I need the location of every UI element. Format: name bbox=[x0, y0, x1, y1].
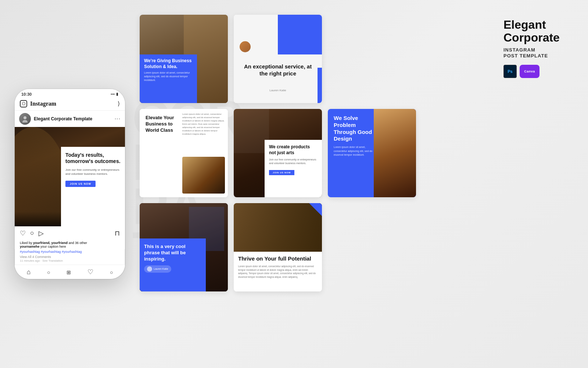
card-inspiring: This is a very cool phrase that will be … bbox=[140, 203, 228, 291]
thrive-content: Thrive on Your full Potential Lorem ipsu… bbox=[234, 252, 322, 291]
svg-point-0 bbox=[24, 116, 26, 119]
card-solve-problem: We Solve Problem Through Good Design Lor… bbox=[328, 109, 416, 197]
grid-row-top: We're Giving Business Solution & Idea. L… bbox=[140, 15, 489, 103]
card7-subtitle: Lorem ipsum dolor sit amet, consectetur … bbox=[238, 265, 318, 279]
products-white-box: We create products not just arts Join ou… bbox=[265, 140, 322, 197]
card1-subtitle: Lorem ipsum dolor sit amet, consectetur … bbox=[144, 71, 193, 82]
bookmark-icon[interactable] bbox=[115, 229, 120, 237]
comment-icon[interactable] bbox=[30, 229, 34, 237]
options-icon[interactable]: ··· bbox=[115, 116, 121, 122]
card-products-bg: We create products not just arts Join ou… bbox=[234, 109, 322, 197]
elevate-photo bbox=[182, 157, 225, 194]
card6-author: Lauren Katie bbox=[154, 268, 168, 270]
software-badges: Ps Canva bbox=[503, 65, 573, 78]
card1-title: We're Giving Business Solution & Idea. bbox=[144, 58, 193, 70]
post-text-card: Today's results, tomorrow's outcomes. Jo… bbox=[61, 147, 125, 226]
grid-section: CORPORATE We're Giving Business Solution… bbox=[140, 15, 489, 353]
card-exceptional-service: An exceptional service, at the right pri… bbox=[234, 15, 322, 103]
instagram-wordmark: Instagram bbox=[30, 100, 56, 107]
card-business-solution: We're Giving Business Solution & Idea. L… bbox=[140, 15, 228, 103]
avatar bbox=[19, 113, 31, 125]
service-avatar bbox=[240, 41, 251, 52]
card4-button[interactable]: JOIN US NOW bbox=[269, 170, 294, 175]
grid-row-bottom: This is a very cool phrase that will be … bbox=[140, 203, 489, 291]
title-line1: Elegant bbox=[503, 18, 546, 31]
profile-name: Elegant Corporate Template bbox=[34, 116, 92, 121]
hashtags[interactable]: #yourhashtag #yourhashtag #yourhashtag bbox=[15, 249, 125, 255]
phone-status-bar: 10:30 ▪▪▪ ▮ bbox=[15, 89, 125, 98]
elevate-left: Elevate Your Business to World Class bbox=[140, 109, 179, 197]
phone-bottom-nav bbox=[15, 265, 125, 279]
share-icon[interactable] bbox=[39, 229, 44, 237]
blue-text-block: We're Giving Business Solution & Idea. L… bbox=[140, 54, 197, 103]
grid-row-middle: Elevate Your Business to World Class Lor… bbox=[140, 109, 489, 197]
home-nav-icon[interactable] bbox=[26, 268, 31, 276]
card-elevate-bg: Elevate Your Business to World Class Lor… bbox=[140, 109, 228, 197]
post-subtext: Join our free community or entrepreneurs… bbox=[65, 168, 121, 176]
card-thrive: Thrive on Your full Potential Lorem ipsu… bbox=[234, 203, 322, 291]
svg-point-1 bbox=[22, 120, 28, 123]
card-thrive-bg: Thrive on Your full Potential Lorem ipsu… bbox=[234, 203, 322, 291]
main-layout: 10:30 ▪▪▪ ▮ Instagram ⟩ bbox=[0, 0, 588, 368]
likes-description: Liked by yourfriend, yourfriend and 36 o… bbox=[20, 241, 87, 245]
inspire-author-avatar bbox=[147, 266, 152, 272]
card-elevate-business: Elevate Your Business to World Class Lor… bbox=[140, 109, 228, 197]
like-icon[interactable] bbox=[20, 229, 26, 237]
signal-icon: ▪▪▪ bbox=[111, 92, 115, 96]
elevate-right: Lorem ipsum dolor sit amet, consectetur … bbox=[179, 109, 228, 197]
comments-link[interactable]: View All 4 Comments bbox=[15, 255, 125, 259]
camera-icon bbox=[20, 100, 27, 107]
card5-subtitle: Lorem ipsum dolor sit amet, consectetur … bbox=[334, 145, 376, 157]
profile-info: Elegant Corporate Template bbox=[19, 113, 92, 125]
card-inspire-bg: This is a very cool phrase that will be … bbox=[140, 203, 228, 291]
action-icons-left bbox=[20, 229, 44, 237]
card6-title: This is a very cool phrase that will be … bbox=[144, 244, 201, 262]
card-solve-bg: We Solve Problem Through Good Design Lor… bbox=[328, 109, 416, 197]
card-service-bg: An exceptional service, at the right pri… bbox=[234, 15, 322, 103]
post-actions-bar bbox=[15, 226, 125, 240]
instagram-logo: Instagram bbox=[20, 100, 56, 107]
card3-body: Lorem ipsum dolor sit amet, consectetur … bbox=[182, 113, 225, 136]
instagram-header: Instagram ⟩ bbox=[15, 98, 125, 111]
profile-row: Elegant Corporate Template ··· bbox=[15, 111, 125, 127]
card3-title: Elevate Your Business to World Class bbox=[146, 115, 176, 134]
service-blue-rect bbox=[278, 15, 322, 54]
canva-badge: Canva bbox=[520, 65, 539, 78]
subtitle-instagram: INSTAGRAM bbox=[503, 47, 573, 53]
thrive-photo bbox=[234, 203, 322, 252]
title-line2: Corporate bbox=[503, 31, 560, 44]
inspire-author-pill: Lauren Katie bbox=[144, 265, 171, 273]
heart-nav-icon[interactable] bbox=[87, 268, 93, 276]
phone-mockup: 10:30 ▪▪▪ ▮ Instagram ⟩ bbox=[15, 89, 125, 279]
title-section: Elegant Corporate INSTAGRAM POST TEMPLAT… bbox=[500, 15, 573, 353]
page-main-title: Elegant Corporate bbox=[503, 18, 573, 44]
thrive-blue-corner bbox=[309, 203, 322, 216]
card-products: We create products not just arts Join ou… bbox=[234, 109, 322, 197]
phone-section: 10:30 ▪▪▪ ▮ Instagram ⟩ bbox=[11, 15, 129, 353]
card2-author: Lauren Katie bbox=[269, 89, 286, 92]
post-content-area: Today's results, tomorrow's outcomes. Jo… bbox=[15, 127, 125, 226]
subtitle-post-template: POST TEMPLATE bbox=[503, 53, 573, 59]
card5-title: We Solve Problem Through Good Design bbox=[334, 115, 376, 142]
card-business-bg: We're Giving Business Solution & Idea. L… bbox=[140, 15, 228, 103]
search-nav-icon[interactable] bbox=[47, 268, 50, 276]
username-caption: yournamehe your caption here bbox=[20, 245, 66, 248]
post-cta-button[interactable]: JOIN US NOW bbox=[65, 181, 96, 187]
profile-nav-icon[interactable] bbox=[110, 268, 113, 276]
post-time: 11 minutes ago · See Translation bbox=[15, 259, 125, 265]
card4-subtitle: Join our free community or entrepreneurs… bbox=[269, 158, 318, 165]
service-blue-bar bbox=[318, 68, 322, 103]
plus-nav-icon[interactable] bbox=[67, 268, 71, 276]
solve-photo bbox=[374, 109, 416, 197]
inspire-blue-box: This is a very cool phrase that will be … bbox=[140, 238, 206, 291]
card4-title: We create products not just arts bbox=[269, 144, 318, 156]
likes-text: Liked by yourfriend, yourfriend and 36 o… bbox=[15, 240, 125, 249]
photoshop-badge: Ps bbox=[503, 65, 517, 78]
card2-title: An exceptional service, at the right pri… bbox=[243, 63, 313, 77]
send-icon[interactable]: ⟩ bbox=[118, 100, 120, 107]
phone-time: 10:30 bbox=[21, 92, 32, 96]
card7-title: Thrive on Your full Potential bbox=[238, 255, 318, 262]
battery-icon: ▮ bbox=[116, 92, 118, 96]
phone-status-icons: ▪▪▪ ▮ bbox=[111, 92, 118, 96]
thrive-person bbox=[234, 203, 322, 252]
